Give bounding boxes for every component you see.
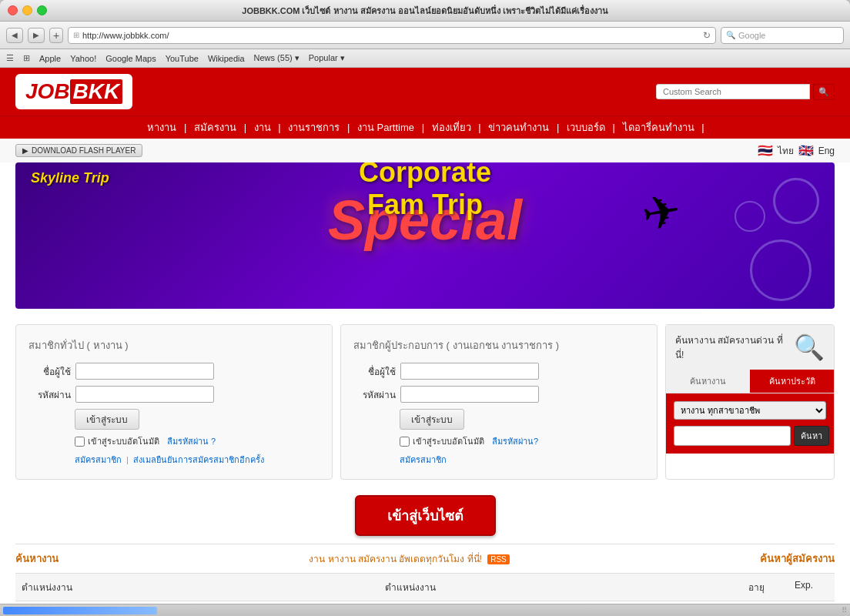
new-tab-button[interactable]: + (49, 28, 63, 43)
bookmark-apple[interactable]: Apple (39, 54, 61, 63)
bottom-tab-center: งาน หางาน สมัครงาน อัพเดตทุกวันโมง ที่นี… (59, 551, 760, 566)
flash-download-button[interactable]: ▶ DOWNLOAD FLASH PLAYER (15, 144, 142, 157)
window-title: JOBBKK.COM เว็บไซต์ หางาน สมัครงาน ออนไล… (242, 4, 607, 18)
main-content: สมาชิกทั่วไป ( หางาน ) ชื่อผู้ใช้ รหัสผ่… (0, 316, 850, 487)
logo-job: JOB (25, 79, 70, 104)
auto-login-row-general: เข้าสู่ระบบอัตโนมัติ ลืมรหัสผ่าน ? (75, 434, 320, 448)
bottom-tab-left[interactable]: ค้นหางาน (15, 551, 59, 567)
back-button[interactable]: ◀ (6, 28, 23, 43)
auto-login-label-employer: เข้าสู่ระบบอัตโนมัติ (413, 434, 484, 448)
maximize-button[interactable] (37, 5, 47, 15)
banner-corporate: Corporate Fam Trip (328, 162, 522, 221)
search-form-area: หางาน ทุกสาขาอาชีพ ค้นหา (666, 393, 834, 454)
bookmark-yahoo[interactable]: Yahoo! (70, 54, 96, 63)
auto-login-label-general: เข้าสู่ระบบอัตโนมัติ (88, 434, 159, 448)
search-panel: ค้นหางาน สมัครงานด่วน ที่นี่! 🔍 ค้นหางาน… (665, 324, 835, 480)
nav-nganratchakan[interactable]: งานราชการ (288, 122, 340, 133)
nav-samakrangan[interactable]: สมัครงาน (194, 122, 236, 133)
resize-handle[interactable]: ⠿ (838, 604, 850, 616)
forgot-link-general[interactable]: ลืมรหัสผ่าน ? (167, 434, 216, 448)
username-label-general: ชื่อผู้ใช้ (28, 364, 71, 379)
close-button[interactable] (8, 5, 18, 15)
tab-search-resume[interactable]: ค้นหาประวัติ (750, 370, 834, 393)
password-input-general[interactable] (75, 386, 214, 403)
lang-thai-link[interactable]: ไทย (778, 143, 794, 158)
username-input-employer[interactable] (400, 363, 539, 380)
register-link-general[interactable]: สมัครสมาชิก (75, 455, 122, 464)
bookmarks-icon: ☰ (6, 53, 14, 63)
login-button-employer[interactable]: เข้าสู่ระบบ (400, 409, 464, 430)
nav-khawthamngaan[interactable]: ข่าวคนทำงาน (488, 122, 549, 133)
nav-nganparttime[interactable]: งาน Parttime (357, 122, 414, 133)
register-link-employer[interactable]: สมัครสมาชิก (400, 455, 447, 464)
custom-search-input[interactable] (656, 84, 810, 99)
address-text: http://www.jobbkk.com/ (82, 31, 700, 40)
keyword-input[interactable] (674, 426, 791, 446)
bookmark-youtube[interactable]: YouTube (166, 54, 199, 63)
search-input-row: ค้นหา (674, 426, 826, 446)
username-input-general[interactable] (75, 363, 214, 380)
register-links-employer: สมัครสมาชิก (400, 453, 644, 467)
bookmark-popular[interactable]: Popular ▾ (309, 53, 345, 63)
enter-website-button[interactable]: เข้าสู่เว็บไซต์ (355, 495, 496, 536)
col-header-2: ตำแหน่งงาน (379, 577, 742, 598)
username-row-employer: ชื่อผู้ใช้ (353, 363, 644, 380)
address-bar[interactable]: ⊞ http://www.jobbkk.com/ ↻ (68, 27, 716, 44)
resend-link-general[interactable]: ส่งเมลยืนยันการสมัครสมาชิกอีกครั้ง (133, 455, 264, 464)
custom-search-button[interactable]: 🔍 (813, 84, 835, 100)
flash-notice: ▶ DOWNLOAD FLASH PLAYER 🇹🇭 ไทย 🇬🇧 Eng (0, 139, 850, 162)
nav-hangang[interactable]: หางาน (147, 122, 176, 133)
password-input-employer[interactable] (400, 386, 539, 403)
thai-flag: 🇹🇭 (758, 143, 773, 158)
username-row-general: ชื่อผู้ใช้ (28, 363, 320, 380)
progress-bar (3, 607, 157, 614)
logo-bkk: BKK (70, 79, 123, 104)
login-general-box: สมาชิกทั่วไป ( หางาน ) ชื่อผู้ใช้ รหัสผ่… (15, 324, 333, 480)
toolbar: ◀ ▶ + ⊞ http://www.jobbkk.com/ ↻ 🔍 Googl… (0, 22, 850, 49)
rss-badge: RSS (487, 554, 510, 564)
password-row-general: รหัสผ่าน (28, 386, 320, 403)
banner-skyline: Skyline Trip (31, 170, 109, 186)
auto-login-row-employer: เข้าสู่ระบบอัตโนมัติ ลืมรหัสผ่าน? (400, 434, 644, 448)
lang-eng-link[interactable]: Eng (818, 146, 835, 156)
browser-content: JOB BKK 🔍 หางาน | สมัครงาน | งาน | งานรา… (0, 68, 850, 604)
search-placeholder: Google (738, 31, 765, 40)
bookmark-googlemaps[interactable]: Google Maps (105, 54, 156, 63)
site-wrapper: JOB BKK 🔍 หางาน | สมัครงาน | งาน | งานรา… (0, 68, 850, 604)
auto-login-checkbox-general[interactable] (75, 437, 85, 447)
username-label-employer: ชื่อผู้ใช้ (353, 364, 396, 379)
job-category-select[interactable]: หางาน ทุกสาขาอาชีพ (674, 401, 826, 420)
nav-thongthiao[interactable]: ท่องเที่ยว (432, 122, 471, 133)
header-search: 🔍 (656, 84, 835, 100)
forward-button[interactable]: ▶ (28, 28, 45, 43)
auto-login-checkbox-employer[interactable] (400, 437, 410, 447)
reload-button[interactable]: ↻ (703, 30, 711, 41)
search-icon: 🔍 (726, 31, 735, 39)
forgot-link-employer[interactable]: ลืมรหัสผ่าน? (492, 434, 538, 448)
bottom-tab-right[interactable]: ค้นหาผู้สมัครงาน (760, 551, 835, 567)
nav-diary[interactable]: ไดอารี่คนทำงาน (623, 122, 694, 133)
bookmark-news[interactable]: News (55) ▾ (254, 53, 300, 63)
search-submit-button[interactable]: ค้นหา (794, 426, 829, 446)
tab-search-job[interactable]: ค้นหางาน (666, 370, 750, 393)
site-header: JOB BKK 🔍 (0, 68, 850, 116)
bookmarks-bar: ☰ ⊞ Apple Yahoo! Google Maps YouTube Wik… (0, 49, 850, 68)
nav-webboard[interactable]: เวบบอร์ด (567, 122, 605, 133)
magnifier-icon: 🔍 (794, 333, 825, 362)
banner-plane: ✈ (638, 182, 684, 243)
logo-box: JOB BKK (15, 74, 132, 109)
minimize-button[interactable] (22, 5, 32, 15)
grid-icon: ⊞ (23, 53, 30, 63)
login-general-title: สมาชิกทั่วไป ( หางาน ) (28, 337, 320, 353)
bookmark-wikipedia[interactable]: Wikipedia (208, 54, 245, 63)
nav-ngan[interactable]: งาน (254, 122, 271, 133)
browser-window: JOBBKK.COM เว็บไซต์ หางาน สมัครงาน ออนไล… (0, 0, 850, 616)
logo-area: JOB BKK (15, 74, 132, 109)
search-bar[interactable]: 🔍 Google (721, 27, 844, 44)
login-button-general[interactable]: เข้าสู่ระบบ (75, 409, 139, 430)
password-label-employer: รหัสผ่าน (353, 387, 396, 402)
search-tabs: ค้นหางาน ค้นหาประวัติ (666, 370, 834, 393)
address-icon: ⊞ (73, 31, 79, 39)
login-employer-box: สมาชิกผู้ประกอบการ ( งานเอกชน งานราชการ … (340, 324, 658, 480)
table-header: ตำแหน่งงาน ตำแหน่งงาน อายุ Exp. (15, 574, 835, 601)
